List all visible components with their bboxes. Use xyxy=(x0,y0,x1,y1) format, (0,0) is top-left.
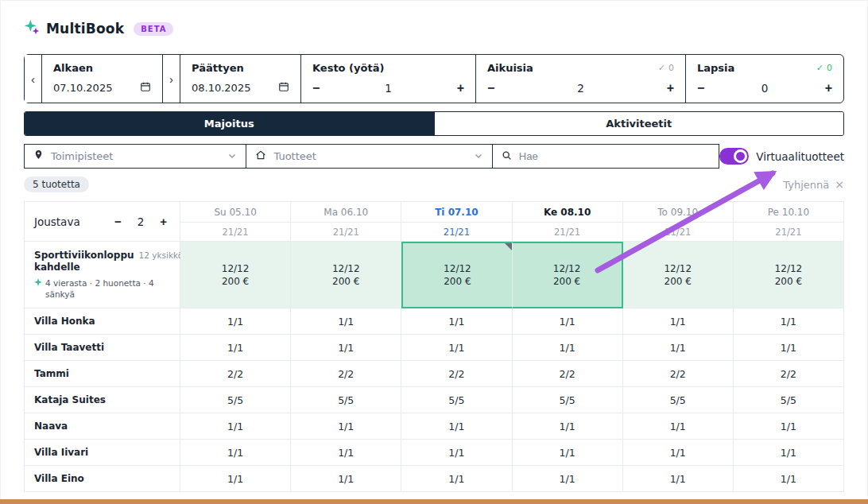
flex-plus-button[interactable]: + xyxy=(160,215,167,227)
availability-cell[interactable]: 1/1 xyxy=(513,413,623,440)
start-date-field[interactable]: Alkaen 07.10.2025 xyxy=(42,55,163,103)
availability-cell[interactable]: 5/5 xyxy=(734,387,844,413)
availability-cell[interactable]: 12/12200 € xyxy=(623,242,734,308)
availability-cell[interactable]: 1/1 xyxy=(623,335,734,361)
children-field: Lapsia ✓ 0 − 0 + xyxy=(686,55,843,103)
availability-cell[interactable]: 1/1 xyxy=(401,413,512,440)
availability-cell[interactable]: 2/2 xyxy=(513,361,623,387)
availability-cell-selected-end[interactable]: 12/12200 € xyxy=(513,242,623,308)
app-header: MultiBook BETA xyxy=(0,0,868,54)
unit-row-header[interactable]: Villa Honka xyxy=(25,308,180,335)
capacity-cell[interactable]: 21/21 xyxy=(513,223,623,242)
availability-cell[interactable]: 1/1 xyxy=(734,440,844,466)
availability-cell[interactable]: 5/5 xyxy=(291,387,401,413)
brand-name: MultiBook xyxy=(46,21,124,37)
unit-row-header[interactable]: Villa Eino xyxy=(25,466,180,492)
day-header[interactable]: Ma 06.10 xyxy=(291,202,401,223)
availability-cell[interactable]: 1/1 xyxy=(623,413,734,440)
availability-cell[interactable]: 5/5 xyxy=(401,387,512,413)
availability-cell[interactable]: 1/1 xyxy=(291,413,401,440)
bottom-edge-bar xyxy=(0,499,868,504)
availability-cell[interactable]: 12/12200 € xyxy=(291,242,401,308)
capacity-cell[interactable]: 21/21 xyxy=(180,223,291,242)
unit-row-header[interactable]: Tammi xyxy=(25,361,180,387)
flex-minus-button[interactable]: − xyxy=(114,215,122,227)
virtual-products-toggle[interactable] xyxy=(719,148,749,165)
availability-cell[interactable]: 2/2 xyxy=(180,361,291,387)
next-date-button[interactable]: › xyxy=(163,55,180,103)
availability-cell[interactable]: 5/5 xyxy=(623,387,734,413)
availability-cell[interactable]: 1/1 xyxy=(291,335,401,361)
availability-cell[interactable]: 1/1 xyxy=(623,308,734,335)
availability-cell[interactable]: 1/1 xyxy=(291,440,401,466)
calendar-icon[interactable] xyxy=(140,81,151,95)
children-minus-button[interactable]: − xyxy=(697,82,704,95)
availability-cell[interactable]: 12/12200 € xyxy=(180,242,291,308)
adults-plus-button[interactable]: + xyxy=(667,82,674,95)
capacity-cell[interactable]: 21/21 xyxy=(734,223,844,242)
availability-cell[interactable]: 1/1 xyxy=(180,308,291,335)
availability-cell[interactable]: 5/5 xyxy=(513,387,623,413)
chevron-down-icon xyxy=(227,149,237,164)
children-confirmed-badge: ✓ 0 xyxy=(816,63,832,73)
calendar-icon[interactable] xyxy=(278,81,289,95)
day-header-selected[interactable]: Ti 07.10 xyxy=(401,202,512,223)
availability-cell[interactable]: 1/1 xyxy=(513,466,623,492)
unit-row-header[interactable]: Naava xyxy=(25,413,180,440)
unit-row-header[interactable]: Villa Iivari xyxy=(25,440,180,466)
end-date-field[interactable]: Päättyen 08.10.2025 xyxy=(180,55,301,103)
search-input[interactable] xyxy=(519,150,710,162)
availability-cell[interactable]: 1/1 xyxy=(734,335,844,361)
day-header-selected-end[interactable]: Ke 08.10 xyxy=(513,202,623,223)
availability-cell[interactable]: 1/1 xyxy=(623,440,734,466)
day-header[interactable]: Su 05.10 xyxy=(180,202,291,223)
availability-cell[interactable]: 1/1 xyxy=(401,335,512,361)
search-box[interactable] xyxy=(492,144,719,169)
unit-row-header[interactable]: Kataja Suites xyxy=(25,387,180,413)
availability-cell[interactable]: 2/2 xyxy=(291,361,401,387)
adults-minus-button[interactable]: − xyxy=(487,82,494,95)
capacity-cell[interactable]: 21/21 xyxy=(291,223,401,242)
availability-cell[interactable]: 1/1 xyxy=(734,413,844,440)
end-date-value: 08.10.2025 xyxy=(192,82,250,94)
availability-cell[interactable]: 1/1 xyxy=(513,440,623,466)
availability-cell[interactable]: 1/1 xyxy=(291,466,401,492)
unit-row-header[interactable]: Villa Taavetti xyxy=(25,335,180,361)
chevron-down-icon xyxy=(474,149,483,164)
availability-cell[interactable]: 1/1 xyxy=(513,308,623,335)
capacity-cell-selected[interactable]: 21/21 xyxy=(401,223,512,242)
availability-cell[interactable]: 2/2 xyxy=(734,361,844,387)
duration-plus-button[interactable]: + xyxy=(457,82,464,95)
availability-cell[interactable]: 1/1 xyxy=(513,335,623,361)
day-header[interactable]: To 09.10 xyxy=(623,202,734,223)
availability-cell[interactable]: 2/2 xyxy=(623,361,734,387)
locations-select[interactable]: Toimipisteet xyxy=(24,144,246,169)
duration-minus-button[interactable]: − xyxy=(312,82,320,95)
availability-cell[interactable]: 1/1 xyxy=(401,466,512,492)
capacity-cell[interactable]: 21/21 xyxy=(623,223,734,242)
start-date-value: 07.10.2025 xyxy=(53,82,112,94)
products-select[interactable]: Tuotteet xyxy=(246,144,492,169)
tab-majoitus[interactable]: Majoitus xyxy=(25,112,434,135)
availability-cell[interactable]: 1/1 xyxy=(401,440,512,466)
availability-cell[interactable]: 1/1 xyxy=(180,440,291,466)
availability-cell[interactable]: 1/1 xyxy=(734,308,844,335)
availability-cell[interactable]: 5/5 xyxy=(180,387,291,413)
children-plus-button[interactable]: + xyxy=(825,82,832,95)
availability-cell[interactable]: 1/1 xyxy=(623,466,734,492)
adults-confirmed-badge: ✓ 0 xyxy=(658,63,674,73)
availability-cell[interactable]: 1/1 xyxy=(291,308,401,335)
clear-filters-button[interactable]: Tyhjennä × xyxy=(783,178,844,191)
day-header[interactable]: Pe 10.10 xyxy=(734,202,844,223)
availability-cell[interactable]: 2/2 xyxy=(401,361,512,387)
availability-cell[interactable]: 12/12200 € xyxy=(734,242,844,308)
availability-cell[interactable]: 1/1 xyxy=(180,413,291,440)
availability-cell[interactable]: 1/1 xyxy=(180,466,291,492)
availability-cell-selected-start[interactable]: 12/12200 € xyxy=(401,242,512,308)
prev-date-button[interactable]: ‹ xyxy=(25,55,42,103)
availability-cell[interactable]: 1/1 xyxy=(401,308,512,335)
availability-cell[interactable]: 1/1 xyxy=(180,335,291,361)
availability-cell[interactable]: 1/1 xyxy=(734,466,844,492)
tab-aktiviteetit[interactable]: Aktiviteetit xyxy=(434,112,844,135)
product-row-header[interactable]: Sporttiviikonloppu kahdelle 12 yksikköä … xyxy=(25,242,180,308)
